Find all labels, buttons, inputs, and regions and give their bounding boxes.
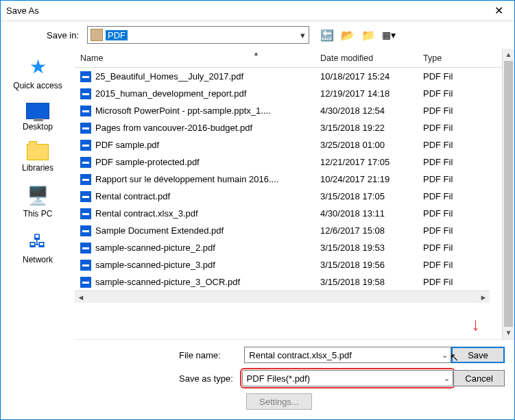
network-icon: 🖧	[29, 231, 47, 252]
column-header-date[interactable]: Date modified	[315, 49, 418, 67]
file-name: 2015_human_development_report.pdf	[95, 88, 246, 99]
file-row[interactable]: 2015_human_development_report.pdf12/19/2…	[75, 85, 502, 102]
file-date: 3/15/2018 19:53	[315, 243, 418, 253]
file-row[interactable]: Rental contract.pdf3/15/2018 17:05PDF Fi…	[75, 188, 502, 205]
file-date: 3/15/2018 19:22	[315, 123, 418, 133]
scroll-left-icon[interactable]: ◄	[75, 293, 87, 301]
new-folder-icon[interactable]: 📁	[361, 29, 375, 42]
scroll-up-icon[interactable]: ▲	[503, 49, 514, 61]
file-type: PDF Fil	[418, 208, 466, 219]
file-row[interactable]: Pages from vancouver-2016-budget.pdf3/15…	[75, 119, 502, 136]
file-name: Microsoft PowerPoint - ppt-sample.pptx_1…	[95, 106, 271, 116]
file-row[interactable]: Microsoft PowerPoint - ppt-sample.pptx_1…	[75, 102, 502, 119]
sidebar-item-quick-access[interactable]: ★ Quick access	[1, 55, 75, 90]
vertical-scrollbar[interactable]: ▲ ▼	[502, 49, 514, 339]
sort-indicator-icon: ▲	[253, 50, 259, 57]
horizontal-scrollbar[interactable]: ◄ ►	[75, 291, 490, 303]
pdf-file-icon	[80, 157, 91, 168]
sidebar-item-label: Network	[23, 255, 53, 264]
file-list-area: ▲ Name Date modified Type 25_Beautiful_H…	[75, 49, 514, 340]
file-row[interactable]: PDF sample-protected.pdf12/21/2017 17:05…	[75, 153, 502, 171]
file-row[interactable]: Sample Document Extended.pdf12/6/2017 15…	[75, 222, 502, 239]
column-header-name[interactable]: Name	[75, 49, 315, 67]
file-date: 10/24/2017 21:19	[315, 174, 418, 184]
scroll-right-icon[interactable]: ►	[477, 293, 490, 301]
file-name-combo[interactable]: Rental contract.xlsx_5.pdf ⌄	[244, 347, 451, 363]
pdf-file-icon	[80, 88, 91, 99]
file-type: PDF Fil	[418, 106, 466, 116]
chevron-down-icon[interactable]: ⌄	[438, 351, 451, 360]
save-as-type-label: Save as type:	[75, 373, 242, 384]
file-name: Rapport sur le développement humain 2016…	[95, 174, 278, 184]
save-button[interactable]: Save ↖	[451, 347, 505, 363]
sidebar-item-network[interactable]: 🖧 Network	[1, 231, 75, 264]
save-button-label: Save	[468, 350, 488, 360]
file-date: 3/15/2018 19:58	[315, 277, 418, 287]
star-icon: ★	[29, 55, 47, 78]
file-type: PDF Fil	[418, 277, 466, 287]
chevron-down-icon[interactable]: ▾	[296, 30, 309, 40]
hscroll-track[interactable]	[87, 292, 477, 303]
file-name: sample-scanned-picture_2.pdf	[95, 243, 215, 253]
sidebar-item-label: Libraries	[22, 163, 53, 173]
chevron-down-icon[interactable]: ⌄	[440, 374, 453, 383]
cancel-button[interactable]: Cancel	[453, 370, 505, 386]
file-name: Rental contract.pdf	[95, 191, 170, 201]
sidebar-item-libraries[interactable]: Libraries	[1, 144, 75, 173]
file-name: sample-scanned-picture_3_OCR.pdf	[95, 277, 240, 287]
file-type: PDF Fil	[418, 225, 466, 236]
file-type: PDF Fil	[418, 260, 466, 270]
file-date: 4/30/2018 13:11	[315, 208, 418, 219]
file-type: PDF Fil	[418, 243, 466, 253]
up-icon[interactable]: 📂	[341, 29, 355, 42]
save-in-combo[interactable]: PDF ▾	[87, 26, 309, 44]
window-title: Save As	[6, 5, 489, 16]
scroll-down-icon[interactable]: ▼	[503, 327, 514, 339]
file-row[interactable]: sample-scanned-picture_3_OCR.pdf3/15/201…	[75, 273, 502, 291]
sidebar-item-label: This PC	[23, 209, 53, 219]
file-rows: 25_Beautiful_Homes__July_2017.pdf10/18/2…	[75, 68, 502, 291]
file-row[interactable]: Rental contract.xlsx_3.pdf4/30/2018 13:1…	[75, 205, 502, 222]
sidebar-item-desktop[interactable]: Desktop	[1, 103, 75, 132]
cancel-button-label: Cancel	[465, 373, 492, 384]
view-menu-icon[interactable]: ▦▾	[382, 29, 396, 40]
sidebar-item-label: Quick access	[13, 81, 62, 90]
column-header-type[interactable]: Type	[418, 49, 466, 67]
file-date: 10/18/2017 15:24	[315, 71, 418, 82]
folder-icon	[91, 29, 103, 41]
file-row[interactable]: sample-scanned-picture_3.pdf3/15/2018 19…	[75, 256, 502, 273]
file-date: 12/19/2017 14:18	[315, 88, 418, 99]
file-name: Sample Document Extended.pdf	[95, 225, 224, 236]
settings-button[interactable]: Settings...	[246, 393, 312, 410]
sidebar-item-label: Desktop	[23, 122, 53, 132]
pc-icon: 🖥️	[27, 185, 49, 206]
main-panel: ▲ Name Date modified Type 25_Beautiful_H…	[75, 49, 514, 419]
vscroll-track[interactable]	[503, 61, 514, 327]
file-name-value[interactable]: Rental contract.xlsx_5.pdf	[245, 350, 438, 360]
file-type: PDF Fil	[418, 157, 466, 167]
nav-toolbar: 🔙 📂 📁 ▦▾	[313, 29, 396, 42]
file-type: PDF Fil	[418, 123, 466, 133]
file-row[interactable]: PDF sample.pdf3/25/2018 01:00PDF Fil	[75, 136, 502, 153]
libraries-icon	[27, 144, 49, 160]
vscroll-thumb[interactable]	[504, 61, 513, 327]
file-name: PDF sample-protected.pdf	[95, 157, 200, 167]
pdf-file-icon	[80, 208, 91, 219]
pdf-file-icon	[80, 191, 91, 202]
bottom-controls: ↓ File name: Rental contract.xlsx_5.pdf …	[75, 340, 514, 419]
file-row[interactable]: Rapport sur le développement humain 2016…	[75, 171, 502, 188]
save-in-label: Save in:	[1, 30, 83, 40]
file-row[interactable]: 25_Beautiful_Homes__July_2017.pdf10/18/2…	[75, 68, 502, 85]
close-icon[interactable]: ✕	[489, 4, 509, 17]
pdf-file-icon	[80, 71, 91, 82]
file-type: PDF Fil	[418, 71, 466, 82]
file-list[interactable]: ▲ Name Date modified Type 25_Beautiful_H…	[75, 49, 502, 339]
save-as-type-combo[interactable]: PDF Files(*.pdf) ⌄	[242, 370, 454, 386]
cursor-icon: ↖	[450, 351, 459, 364]
back-icon[interactable]: 🔙	[320, 29, 334, 42]
pdf-file-icon	[80, 243, 91, 254]
sidebar-item-this-pc[interactable]: 🖥️ This PC	[1, 185, 75, 219]
pdf-file-icon	[80, 140, 91, 151]
file-date: 12/21/2017 17:05	[315, 157, 418, 167]
file-row[interactable]: sample-scanned-picture_2.pdf3/15/2018 19…	[75, 239, 502, 256]
